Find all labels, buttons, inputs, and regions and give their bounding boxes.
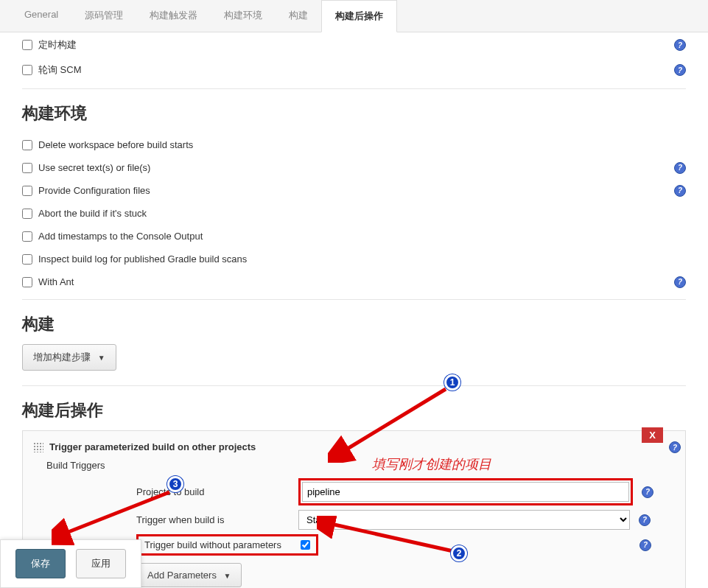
add-build-step-label: 增加构建步骤: [33, 351, 91, 363]
section-title-post-build: 构建后操作: [22, 399, 686, 421]
caret-down-icon: ▼: [98, 354, 105, 362]
highlight-box-without-params: Trigger build without parameters: [136, 534, 318, 556]
help-icon[interactable]: ?: [642, 486, 653, 498]
row-config-files: Provide Configuration files ?: [22, 179, 686, 202]
add-build-step-button[interactable]: 增加构建步骤 ▼: [22, 344, 116, 371]
divider: [22, 88, 686, 89]
label-secret-text: Use secret text(s) or file(s): [38, 162, 150, 173]
label-gradle-scan: Inspect build log for published Gradle b…: [38, 253, 247, 265]
tab-build[interactable]: 构建: [276, 0, 321, 32]
help-icon[interactable]: ?: [639, 539, 651, 551]
annotation-fill-project: 填写刚才创建的项目: [372, 455, 491, 473]
checkbox-timed-build[interactable]: [22, 40, 32, 50]
config-tabs: General 源码管理 构建触发器 构建环境 构建 构建后操作: [0, 0, 708, 32]
checkbox-trigger-without-params[interactable]: [301, 540, 310, 550]
row-poll-scm: 轮询 SCM ?: [22, 57, 686, 83]
tab-build-env[interactable]: 构建环境: [211, 0, 276, 32]
drag-handle-icon[interactable]: [33, 442, 43, 452]
close-panel-button[interactable]: X: [642, 427, 663, 443]
checkbox-secret-text[interactable]: [22, 163, 32, 173]
panel-header: Trigger parameterized build on other pro…: [33, 441, 675, 452]
label-abort-stuck: Abort the build if it's stuck: [38, 208, 147, 219]
row-abort-stuck: Abort the build if it's stuck: [22, 202, 686, 225]
tab-scm[interactable]: 源码管理: [71, 0, 136, 32]
row-trigger-without-params: Trigger build without parameters ?: [136, 534, 675, 556]
panel-title: Trigger parameterized build on other pro…: [49, 441, 256, 452]
label-config-files: Provide Configuration files: [38, 185, 150, 196]
save-button[interactable]: 保存: [15, 549, 66, 578]
label-delete-workspace: Delete workspace before build starts: [38, 139, 193, 150]
row-timed-build: 定时构建 ?: [22, 32, 686, 57]
checkbox-timestamps[interactable]: [22, 231, 32, 242]
section-title-build-env: 构建环境: [22, 102, 686, 125]
help-icon[interactable]: ?: [669, 441, 681, 453]
label-trigger-when: Trigger when build is: [136, 514, 298, 525]
divider: [22, 385, 686, 386]
input-projects-to-build[interactable]: [302, 482, 629, 502]
tab-post-build[interactable]: 构建后操作: [321, 0, 397, 32]
build-triggers-label: Build Triggers: [46, 460, 675, 471]
callout-badge-1: 1: [444, 374, 460, 391]
checkbox-abort-stuck[interactable]: [22, 209, 32, 219]
help-icon[interactable]: ?: [674, 39, 686, 51]
checkbox-config-files[interactable]: [22, 186, 32, 196]
add-parameters-label: Add Parameters: [147, 570, 217, 581]
label-timed-build: 定时构建: [38, 38, 77, 52]
checkbox-with-ant[interactable]: [22, 277, 32, 287]
select-trigger-when[interactable]: Stable: [298, 510, 630, 530]
label-trigger-without-params: Trigger build without parameters: [144, 539, 301, 550]
callout-badge-3: 3: [167, 476, 183, 492]
row-with-ant: With Ant ?: [22, 270, 686, 293]
tab-triggers[interactable]: 构建触发器: [136, 0, 211, 32]
callout-badge-2: 2: [451, 545, 467, 561]
row-gradle-scan: Inspect build log for published Gradle b…: [22, 248, 686, 270]
help-icon[interactable]: ?: [639, 514, 651, 526]
tab-general[interactable]: General: [11, 0, 71, 32]
bottom-action-bar: 保存 应用: [0, 539, 141, 588]
help-icon[interactable]: ?: [674, 162, 686, 174]
highlight-box-projects: [298, 478, 633, 505]
help-icon[interactable]: ?: [674, 64, 686, 76]
label-projects-to-build: Projects to build: [136, 486, 298, 497]
help-icon[interactable]: ?: [674, 276, 686, 288]
checkbox-gradle-scan[interactable]: [22, 254, 32, 265]
section-title-build: 构建: [22, 313, 686, 335]
apply-button[interactable]: 应用: [76, 549, 126, 578]
caret-down-icon: ▼: [224, 572, 231, 580]
row-delete-workspace: Delete workspace before build starts: [22, 133, 686, 156]
checkbox-poll-scm[interactable]: [22, 65, 32, 75]
row-secret-text: Use secret text(s) or file(s) ?: [22, 156, 686, 179]
divider: [22, 299, 686, 300]
main-content: 定时构建 ? 轮询 SCM ? 构建环境 Delete workspace be…: [0, 32, 708, 588]
help-icon[interactable]: ?: [674, 185, 686, 197]
checkbox-delete-workspace[interactable]: [22, 140, 32, 150]
row-timestamps: Add timestamps to the Console Output: [22, 225, 686, 248]
row-projects-to-build: Projects to build ?: [136, 478, 675, 505]
row-trigger-when: Trigger when build is Stable ?: [136, 510, 675, 530]
label-with-ant: With Ant: [38, 276, 74, 287]
label-poll-scm: 轮询 SCM: [38, 63, 82, 77]
add-parameters-button[interactable]: Add Parameters ▼: [136, 563, 242, 587]
label-timestamps: Add timestamps to the Console Output: [38, 231, 203, 242]
